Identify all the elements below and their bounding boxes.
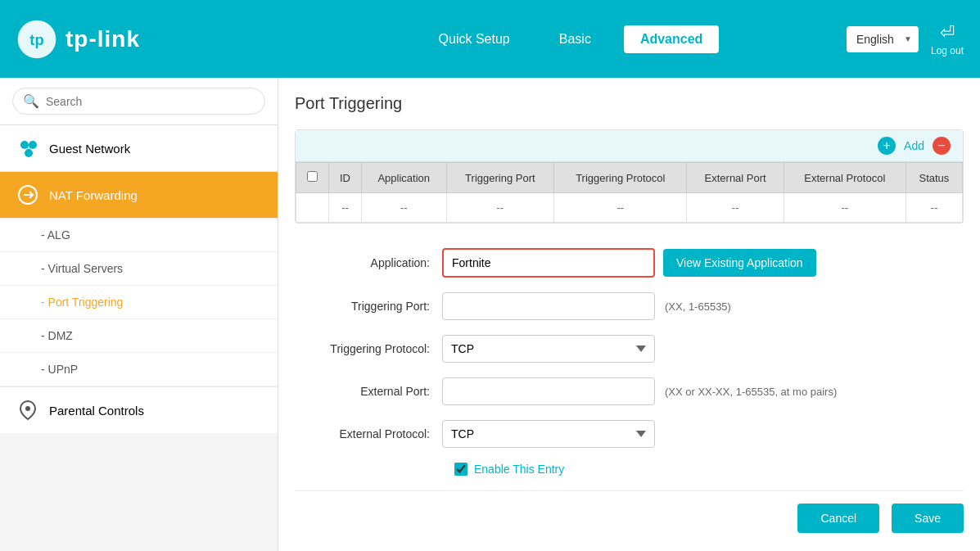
col-application: Application [362,163,447,193]
external-port-row: External Port: (XX or XX-XX, 1-65535, at… [295,377,964,405]
tab-basic[interactable]: Basic [543,25,607,53]
guest-network-icon-wrap [16,137,39,160]
application-row: Application: View Existing Application [295,248,964,278]
sidebar-item-label-parental: Parental Controls [49,404,144,418]
nav-right: English ⏎ Log out [847,22,964,56]
cancel-button[interactable]: Cancel [797,504,879,533]
sidebar-item-parental-controls[interactable]: Parental Controls [0,386,278,433]
row-triggering-port: -- [446,193,554,223]
sidebar-sub-item-port-triggering[interactable]: - Port Triggering [0,286,278,319]
form-buttons: Cancel Save [295,490,964,537]
triggering-port-input[interactable] [442,292,655,320]
search-input[interactable] [46,95,255,108]
language-select[interactable]: English [847,26,919,52]
logo-text: tp-link [65,26,140,52]
row-status: -- [905,193,962,223]
top-navigation: tp tp-link Quick Setup Basic Advanced En… [0,0,980,78]
col-triggering-protocol: Triggering Protocol [554,163,687,193]
view-existing-apps-button[interactable]: View Existing Application [663,249,816,277]
nav-tabs: Quick Setup Basic Advanced [295,25,847,53]
port-triggering-table: ID Application Triggering Port Triggerin… [296,162,963,223]
external-port-hint: (XX or XX-XX, 1-65535, at mo pairs) [665,386,837,398]
table-header-bar: + Add − [296,130,963,162]
svg-text:tp: tp [29,30,43,47]
add-label: Add [904,139,924,152]
row-external-protocol: -- [784,193,905,223]
application-label: Application: [295,256,442,269]
add-button[interactable]: + [878,137,896,155]
col-status: Status [905,163,962,193]
sidebar-item-label-guest-network: Guest Network [49,142,130,156]
main-layout: 🔍 Guest Network [0,78,980,551]
row-checkbox-cell [296,193,329,223]
table-row: -- -- -- -- -- -- -- [296,193,963,223]
external-port-label: External Port: [295,385,442,398]
sidebar-sub-item-upnp[interactable]: - UPnP [0,353,278,386]
triggering-protocol-label: Triggering Protocol: [295,342,442,355]
row-application: -- [362,193,447,223]
tab-advanced[interactable]: Advanced [624,25,719,53]
content-area: Port Triggering + Add − ID Application T… [278,78,980,551]
tplink-logo-icon: tp [16,19,57,60]
triggering-port-label: Triggering Port: [295,300,442,313]
search-box[interactable]: 🔍 [12,88,265,115]
external-protocol-row: External Protocol: TCPUDPAll [295,420,964,448]
port-triggering-table-container: + Add − ID Application Triggering Port T… [295,129,964,224]
triggering-protocol-select[interactable]: TCPUDPAll [442,335,655,363]
col-external-protocol: External Protocol [784,163,905,193]
col-triggering-port: Triggering Port [446,163,554,193]
search-icon: 🔍 [23,93,39,109]
sidebar: 🔍 Guest Network [0,78,278,551]
language-selector[interactable]: English [847,26,919,52]
row-external-port: -- [687,193,784,223]
enable-entry-checkbox[interactable] [454,463,467,476]
enable-entry-row: Enable This Entry [454,463,964,476]
application-input[interactable] [442,248,655,278]
parental-controls-icon-wrap [16,399,39,422]
col-external-port: External Port [687,163,784,193]
external-port-input[interactable] [442,377,655,405]
parental-controls-icon [17,400,38,421]
page-title: Port Triggering [295,94,964,113]
sidebar-item-guest-network[interactable]: Guest Network [0,125,278,172]
sidebar-sub-item-virtual-servers[interactable]: - Virtual Servers [0,252,278,286]
external-protocol-label: External Protocol: [295,427,442,440]
logout-icon: ⏎ [940,22,955,43]
sidebar-item-label-nat: NAT Forwarding [49,188,138,202]
remove-button[interactable]: − [933,137,951,155]
triggering-protocol-row: Triggering Protocol: TCPUDPAll [295,335,964,363]
col-checkbox [296,163,329,193]
logo-area: tp tp-link [16,19,295,60]
row-id: -- [329,193,362,223]
external-protocol-select[interactable]: TCPUDPAll [442,420,655,448]
search-area: 🔍 [0,78,278,125]
tab-quick-setup[interactable]: Quick Setup [422,25,526,53]
nat-forwarding-icon-wrap [16,183,39,206]
nat-forwarding-icon [17,184,38,205]
sidebar-item-nat-forwarding[interactable]: NAT Forwarding [0,172,278,219]
col-id: ID [329,163,362,193]
save-button[interactable]: Save [892,504,964,533]
triggering-port-hint: (XX, 1-65535) [665,300,731,313]
select-all-checkbox[interactable] [307,171,318,182]
row-triggering-protocol: -- [554,193,687,223]
enable-entry-label: Enable This Entry [474,463,564,476]
logout-label: Log out [931,45,964,56]
guest-network-icon [16,137,39,160]
triggering-port-row: Triggering Port: (XX, 1-65535) [295,292,964,320]
svg-point-6 [25,406,30,411]
sidebar-sub-item-dmz[interactable]: - DMZ [0,319,278,353]
form-area: Application: View Existing Application T… [295,240,964,545]
logout-button[interactable]: ⏎ Log out [931,22,964,56]
sidebar-sub-item-alg[interactable]: - ALG [0,219,278,252]
